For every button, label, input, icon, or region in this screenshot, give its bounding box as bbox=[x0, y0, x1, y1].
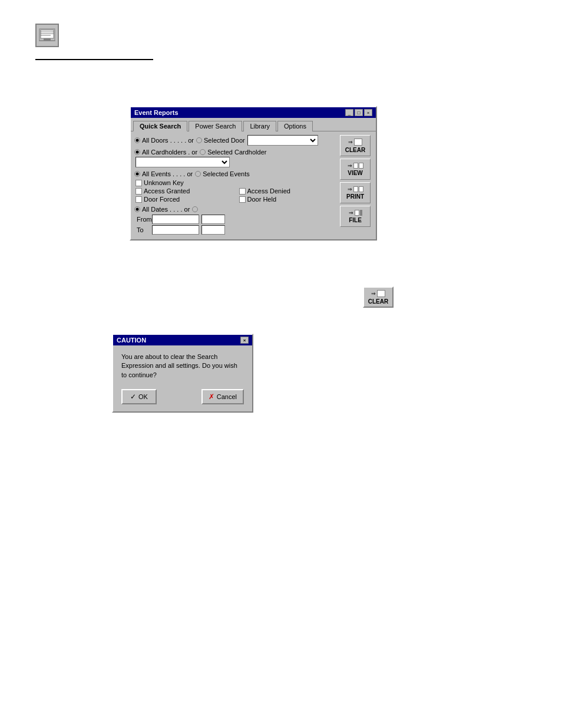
cancel-x-icon: ✗ bbox=[209, 393, 214, 401]
view-arrow-icon: ⇒ bbox=[348, 163, 352, 169]
view-button-icon-row: ⇒ bbox=[348, 163, 363, 169]
selected-dates-radio[interactable] bbox=[192, 206, 198, 212]
caution-ok-button[interactable]: ✓ OK bbox=[121, 389, 157, 404]
caution-title: CAUTION bbox=[117, 337, 146, 344]
clear-button-standalone-container: ⇒ CLEAR bbox=[230, 286, 527, 308]
maximize-button[interactable]: □ bbox=[355, 109, 363, 116]
tab-library[interactable]: Library bbox=[243, 121, 276, 131]
print-btn-label: PRINT bbox=[346, 193, 364, 200]
all-cardholders-radio-label[interactable]: All Cardholders . or bbox=[134, 149, 197, 156]
events-row1: All Events . . . . or Selected Events bbox=[134, 170, 336, 177]
access-denied-checkbox[interactable] bbox=[239, 188, 246, 195]
selected-events-label: Selected Events bbox=[203, 170, 250, 177]
clear-standalone-icon-square bbox=[377, 290, 385, 297]
clear-button-icon-row: ⇒ bbox=[348, 139, 362, 146]
events-section: All Events . . . . or Selected Events Un… bbox=[134, 170, 336, 203]
door-forced-label: Door Forced bbox=[144, 196, 180, 203]
caution-buttons: ✓ OK ✗ Cancel bbox=[121, 389, 244, 404]
to-time-input[interactable] bbox=[201, 225, 225, 235]
dates-row1: All Dates . . . . or bbox=[134, 206, 336, 213]
to-row: To bbox=[137, 225, 336, 235]
selected-cardholder-label: Selected Cardholder bbox=[207, 149, 266, 156]
all-cardholders-label: All Cardholders . or bbox=[142, 149, 197, 156]
caution-dialog: CAUTION × You are about to clear the Sea… bbox=[112, 334, 253, 413]
from-row: From bbox=[137, 215, 336, 224]
svg-rect-1 bbox=[41, 30, 54, 38]
tab-quick-search[interactable]: Quick Search bbox=[133, 121, 187, 131]
file-icon-square1 bbox=[355, 210, 359, 216]
clear-button-standalone[interactable]: ⇒ CLEAR bbox=[363, 286, 394, 308]
all-dates-radio-label[interactable]: All Dates . . . . or bbox=[134, 206, 190, 213]
selected-door-dropdown[interactable] bbox=[247, 135, 318, 146]
selected-door-radio[interactable] bbox=[196, 137, 202, 143]
from-date-input[interactable] bbox=[152, 215, 199, 224]
view-icon-square2 bbox=[359, 163, 363, 169]
door-forced-checkbox[interactable] bbox=[135, 196, 142, 203]
clear-arrow-icon: ⇒ bbox=[348, 139, 353, 145]
all-doors-radio-label[interactable]: All Doors . . . . . or bbox=[134, 137, 194, 144]
all-doors-radio[interactable] bbox=[134, 137, 140, 143]
doors-row: All Doors . . . . . or Selected Door bbox=[134, 135, 336, 146]
all-doors-label: All Doors . . . . . or bbox=[142, 137, 194, 144]
app-icon bbox=[35, 24, 59, 47]
selected-cardholder-radio[interactable] bbox=[200, 149, 206, 155]
date-fields: From To bbox=[137, 215, 336, 235]
door-forced-checkbox-label[interactable]: Door Forced bbox=[135, 196, 233, 203]
close-button[interactable]: × bbox=[364, 109, 372, 116]
clear-standalone-label: CLEAR bbox=[368, 298, 388, 305]
tab-options[interactable]: Options bbox=[277, 121, 313, 131]
print-arrow-icon: ⇒ bbox=[348, 186, 352, 192]
access-granted-checkbox-label[interactable]: Access Granted bbox=[135, 187, 233, 195]
access-denied-label: Access Denied bbox=[247, 187, 290, 195]
from-time-input[interactable] bbox=[201, 215, 225, 224]
all-events-radio-label[interactable]: All Events . . . . or bbox=[134, 170, 193, 177]
file-arrow-icon: ⇒ bbox=[349, 210, 353, 216]
caution-close-button[interactable]: × bbox=[240, 337, 249, 344]
clear-button[interactable]: ⇒ CLEAR bbox=[340, 135, 371, 156]
selected-cardholder-radio-label[interactable]: Selected Cardholder bbox=[200, 149, 266, 156]
door-held-label: Door Held bbox=[247, 196, 277, 203]
caution-cancel-button[interactable]: ✗ Cancel bbox=[201, 389, 244, 404]
to-label: To bbox=[137, 226, 150, 233]
print-icon-square1 bbox=[353, 186, 358, 192]
all-cardholders-radio[interactable] bbox=[134, 149, 140, 155]
all-events-radio[interactable] bbox=[134, 171, 140, 177]
clear-btn-label: CLEAR bbox=[345, 147, 365, 153]
selected-door-label: Selected Door bbox=[204, 137, 245, 144]
clear-icon-square bbox=[354, 139, 362, 146]
file-icon-square2 bbox=[360, 210, 362, 216]
selected-door-radio-label[interactable]: Selected Door bbox=[196, 137, 245, 144]
selected-events-radio[interactable] bbox=[195, 171, 201, 177]
cardholders-row1: All Cardholders . or Selected Cardholder bbox=[134, 149, 336, 156]
to-date-input[interactable] bbox=[152, 225, 199, 235]
door-held-checkbox[interactable] bbox=[239, 196, 246, 203]
file-button[interactable]: ⇒ FILE bbox=[340, 206, 371, 227]
selected-cardholder-dropdown[interactable] bbox=[135, 157, 230, 167]
section-divider bbox=[35, 59, 153, 60]
file-btn-label: FILE bbox=[349, 217, 362, 223]
unknown-key-checkbox-label[interactable]: Unknown Key bbox=[135, 179, 233, 186]
minimize-button[interactable]: _ bbox=[345, 109, 353, 116]
print-icon-square2 bbox=[359, 186, 363, 192]
unknown-key-checkbox[interactable] bbox=[135, 180, 142, 186]
form-area: All Doors . . . . . or Selected Door bbox=[134, 135, 336, 236]
events-checkboxes: Unknown Key Access Granted Access Denied bbox=[135, 179, 336, 203]
file-button-icon-row: ⇒ bbox=[349, 210, 362, 216]
buttons-panel: ⇒ CLEAR ⇒ VIEW bbox=[340, 135, 372, 236]
clear-standalone-icon-row: ⇒ bbox=[371, 290, 385, 297]
from-label: From bbox=[137, 216, 150, 223]
cancel-label: Cancel bbox=[217, 393, 237, 400]
selected-dates-radio-label[interactable] bbox=[192, 206, 198, 212]
tab-power-search[interactable]: Power Search bbox=[189, 121, 242, 131]
door-held-checkbox-label[interactable]: Door Held bbox=[239, 196, 337, 203]
caution-body: You are about to clear the Search Expres… bbox=[113, 345, 252, 411]
all-dates-radio[interactable] bbox=[134, 206, 140, 212]
access-granted-label: Access Granted bbox=[144, 187, 190, 195]
access-denied-checkbox-label[interactable]: Access Denied bbox=[239, 187, 337, 195]
selected-events-radio-label[interactable]: Selected Events bbox=[195, 170, 250, 177]
access-granted-checkbox[interactable] bbox=[135, 188, 142, 195]
view-btn-label: VIEW bbox=[348, 170, 363, 176]
caution-dialog-container: CAUTION × You are about to clear the Sea… bbox=[112, 334, 527, 413]
view-button[interactable]: ⇒ VIEW bbox=[340, 159, 371, 180]
print-button[interactable]: ⇒ PRINT bbox=[340, 182, 371, 203]
